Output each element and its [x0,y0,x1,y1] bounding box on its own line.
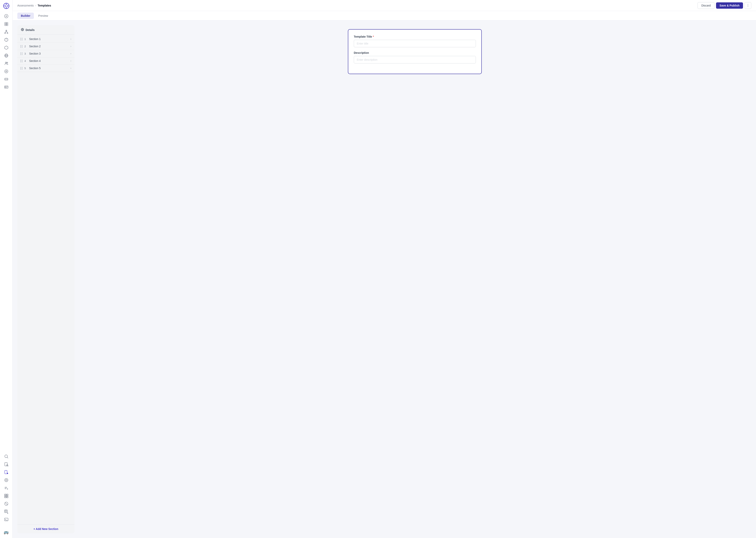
breadcrumb-current: Templates [38,4,51,7]
svg-point-64 [22,29,23,30]
tab-builder[interactable]: Builder [17,13,34,19]
nav-icon-terminal[interactable] [3,516,10,523]
svg-rect-51 [7,496,8,497]
nav-icon-list-plus[interactable] [3,484,10,492]
right-panel: Template Title * Description [78,25,751,533]
description-field-group: Description [354,51,476,63]
svg-point-14 [5,33,6,34]
section-item-4[interactable]: 4 Section 4 › [17,57,74,65]
svg-rect-48 [5,494,6,495]
svg-point-26 [6,71,7,72]
svg-point-39 [7,473,8,474]
discard-button[interactable]: Discard [697,2,714,9]
details-icon [21,28,24,32]
description-label: Description [354,51,476,54]
svg-rect-10 [7,23,8,24]
section-num-5: 5 [24,67,27,70]
nav-icon-cube[interactable] [3,36,10,43]
section-item-2[interactable]: 2 Section 2 › [17,43,74,50]
nav-icon-ban[interactable] [3,500,10,507]
section-num-2: 2 [24,45,27,48]
more-options-button[interactable]: ⋮ [745,2,751,9]
svg-rect-52 [5,497,6,498]
description-input[interactable] [354,56,476,63]
breadcrumb-parent[interactable]: Assessments [17,4,34,7]
details-card: Template Title * Description [348,29,482,74]
svg-point-33 [5,455,8,457]
nav-icon-bottom[interactable]: 🚌 [3,528,10,536]
section-label-4: Section 4 [29,59,69,63]
drag-handle-1 [21,38,23,40]
svg-point-15 [7,33,8,34]
nav-icon-hexagon[interactable] [3,44,10,51]
section-num-3: 3 [24,52,27,55]
nav-icon-badge[interactable] [3,68,10,75]
svg-rect-49 [7,494,8,495]
nav-icon-add[interactable] [3,13,10,20]
svg-point-13 [6,30,7,31]
left-panel: Details 1 Section 1 › [17,25,74,533]
main-content: Assessments › Templates Discard Save & P… [13,0,756,538]
title-input[interactable] [354,40,476,47]
app-logo[interactable] [3,2,10,10]
svg-rect-50 [5,496,6,497]
breadcrumb-separator: › [35,4,36,7]
section-label-1: Section 1 [29,37,69,40]
more-icon: ⋮ [746,4,749,7]
section-label-3: Section 3 [29,52,69,55]
drag-handle-5 [21,67,23,70]
section-list: 1 Section 1 › 2 Section 2 › [17,35,74,524]
nav-icon-table-plus[interactable] [3,508,10,515]
nav-icon-id[interactable] [3,83,10,91]
nav-icon-file-badge[interactable] [3,469,10,476]
svg-rect-53 [7,497,8,498]
details-label: Details [25,28,35,31]
save-publish-button[interactable]: Save & Publish [716,2,743,9]
title-label: Template Title * [354,35,476,38]
section-label-2: Section 2 [29,45,69,48]
section-item-5[interactable]: 5 Section 5 › [17,65,74,72]
svg-rect-9 [5,23,6,24]
nav-icon-doc-search[interactable] [3,461,10,468]
drag-handle-2 [21,45,23,48]
nav-icon-grid[interactable] [3,21,10,27]
svg-point-30 [5,87,6,88]
drag-handle-4 [21,60,23,62]
svg-line-16 [5,31,6,33]
add-section-button[interactable]: + Add New Section [17,524,74,533]
svg-rect-61 [5,518,8,521]
section-chevron-2: › [71,45,71,48]
tab-preview[interactable]: Preview [35,13,52,19]
svg-line-17 [6,31,8,33]
nav-icon-search-circle[interactable] [3,453,10,460]
nav-icon-users[interactable] [3,60,10,67]
nav-icon-globe[interactable] [3,52,10,59]
section-item-3[interactable]: 3 Section 3 › [17,50,74,57]
svg-line-34 [7,457,8,458]
section-item-1[interactable]: 1 Section 1 › [17,35,74,43]
content-area: Details 1 Section 1 › [13,21,756,538]
header: Assessments › Templates Discard Save & P… [13,0,756,11]
svg-point-23 [5,62,7,63]
svg-point-25 [5,70,8,73]
svg-point-1 [5,5,8,7]
section-num-4: 4 [24,60,27,63]
svg-rect-38 [5,470,7,474]
header-actions: Discard Save & Publish ⋮ [697,2,751,9]
breadcrumb: Assessments › Templates [17,4,51,7]
title-field-group: Template Title * [354,35,476,47]
svg-rect-35 [5,462,7,466]
section-chevron-5: › [71,67,71,70]
svg-rect-12 [7,24,8,26]
nav-icon-hierarchy[interactable] [3,28,10,35]
section-num-1: 1 [24,38,27,40]
nav-icon-grid2[interactable] [3,492,10,499]
svg-rect-11 [5,24,6,26]
sidebar: 🚌 [0,0,13,538]
drag-handle-3 [21,52,23,55]
svg-point-42 [6,480,7,480]
section-chevron-1: › [71,38,71,40]
nav-icon-target[interactable] [3,476,10,484]
nav-icon-layers[interactable] [3,76,10,83]
section-chevron-3: › [71,52,71,55]
